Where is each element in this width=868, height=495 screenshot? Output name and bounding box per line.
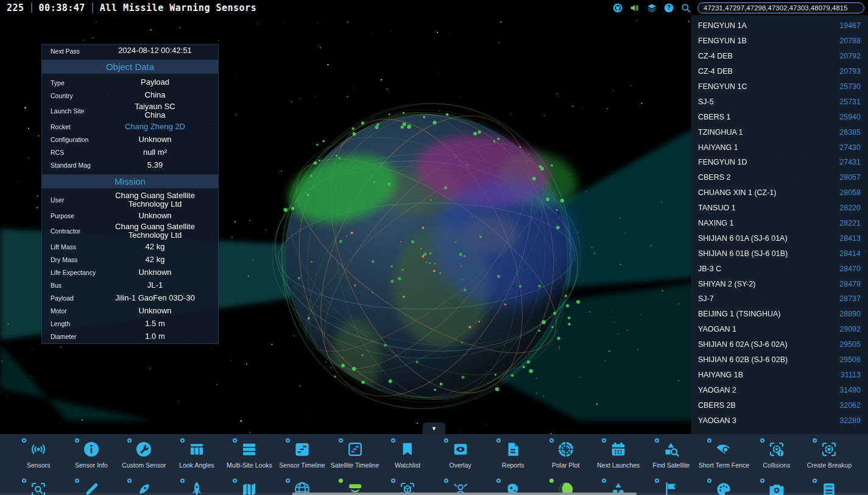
field-value: Taiyaun SC China bbox=[102, 102, 218, 120]
menu-sensor-info[interactable]: Sensor Info bbox=[65, 434, 118, 475]
create-breakup-icon bbox=[820, 440, 838, 458]
menu-next-launches[interactable]: Next Launches bbox=[592, 434, 645, 475]
satellite-list-item[interactable]: TANSUO 1 28220 bbox=[692, 201, 868, 216]
help-icon[interactable]: ? bbox=[663, 2, 674, 13]
satellite-name: CZ-4 DEB bbox=[698, 67, 733, 76]
satellite-list-item[interactable]: CBERS 1 25940 bbox=[692, 109, 868, 124]
chevron-down-icon: ▼ bbox=[431, 426, 437, 432]
menu-label: Create Breakup bbox=[807, 461, 852, 469]
menu-look-angles[interactable]: Look Angles bbox=[171, 434, 224, 475]
field-value: 5.39 bbox=[102, 161, 218, 169]
menu-overlay[interactable]: Overlay bbox=[434, 434, 487, 475]
satellite-list-item[interactable]: FENGYUN 1A 19467 bbox=[692, 18, 868, 34]
object-data-row: Span 1.5 m bbox=[42, 343, 218, 344]
status-bubble bbox=[813, 438, 817, 443]
field-label: Life Expectancy bbox=[42, 269, 102, 276]
sensor-title[interactable]: All Missile Warning Sensors bbox=[93, 2, 263, 13]
menu-polar-plot[interactable]: Polar Plot bbox=[539, 434, 592, 475]
satellite-list-item[interactable]: JB-3 C 28470 bbox=[692, 261, 868, 276]
satellite-list-item[interactable]: NAXING 1 28221 bbox=[692, 216, 868, 231]
menu-reports[interactable]: Reports bbox=[487, 434, 540, 475]
satellite-list-item[interactable]: YAOGAN 2 31490 bbox=[692, 382, 868, 397]
menu-label: Short Term Fence bbox=[699, 461, 749, 469]
satellite-list-item[interactable]: CBERS 2B 32062 bbox=[692, 397, 868, 413]
satellite-list-item[interactable]: BEIJING 1 (TSINGHUA) 28890 bbox=[692, 307, 868, 322]
menu-label: Overlay bbox=[450, 461, 471, 469]
field-value: Payload bbox=[102, 78, 218, 87]
section-header: Object Data bbox=[42, 60, 218, 74]
layers-icon[interactable] bbox=[646, 2, 657, 13]
satellite-list-item[interactable]: SHIJIAN 6 01B (SJ-6 01B) 28414 bbox=[692, 246, 868, 261]
object-data-row: Purpose Unknown bbox=[42, 209, 218, 222]
clock[interactable]: 00:38:47 bbox=[32, 2, 92, 13]
satellite-name: JB-3 C bbox=[698, 265, 721, 273]
status-bubble bbox=[22, 479, 26, 483]
satellite-list-item[interactable]: SJ-7 28737 bbox=[692, 291, 868, 307]
menu-create-breakup[interactable]: Create Breakup bbox=[803, 434, 856, 475]
volume-icon[interactable] bbox=[629, 2, 640, 13]
github-icon[interactable] bbox=[612, 2, 623, 13]
menu-sensor-timeline[interactable]: Sensor Timeline bbox=[276, 434, 329, 475]
field-label: Configuration bbox=[42, 136, 102, 143]
watchlist-icon bbox=[398, 440, 417, 458]
status-bubble bbox=[75, 479, 79, 483]
satellite-list-item[interactable]: SHIJIAN 6 02B (SJ-6 02B) 29506 bbox=[692, 352, 868, 368]
menu-label: Multi-Site Looks bbox=[227, 461, 272, 469]
satellite-list-item[interactable]: SHIJIAN 6 02A (SJ-6 02A) 29505 bbox=[692, 337, 868, 352]
satellite-list-item[interactable]: FENGYUN 1D 27431 bbox=[692, 155, 868, 170]
satellite-name: TANSUO 1 bbox=[698, 204, 736, 212]
satellite-list-item[interactable]: SHIYAN 2 (SY-2) 28479 bbox=[692, 276, 868, 291]
top-bar-actions: ? bbox=[612, 2, 868, 13]
satellite-list-item[interactable]: FENGYUN 1C 25730 bbox=[692, 79, 868, 94]
satellite-list-item[interactable]: CBERS 2 28057 bbox=[692, 170, 868, 185]
satellite-list-item[interactable]: HAIYANG 1 27430 bbox=[692, 140, 868, 155]
satellite-name: FENGYUN 1D bbox=[698, 158, 747, 166]
status-bubble bbox=[549, 479, 554, 483]
rocket-link[interactable]: Chang Zheng 2D bbox=[102, 123, 218, 131]
scrollbar-thumb[interactable] bbox=[292, 493, 637, 495]
bottom-scrollbar[interactable] bbox=[0, 493, 868, 495]
satellite-name: SJ-7 bbox=[698, 294, 714, 303]
status-bubble bbox=[391, 438, 395, 443]
status-bubble bbox=[339, 438, 343, 443]
menu-watchlist[interactable]: Watchlist bbox=[381, 434, 434, 475]
satellite-name: CBERS 2 bbox=[698, 173, 731, 182]
field-label: RCS bbox=[42, 149, 102, 156]
satellite-name: CZ-4 DEB bbox=[698, 52, 733, 60]
satellite-list-item[interactable]: CZ-4 DEB 20793 bbox=[692, 64, 868, 79]
satellite-norad-id: 26385 bbox=[839, 128, 863, 137]
menu-multi-site-looks[interactable]: Multi-Site Looks bbox=[223, 434, 276, 475]
satellite-list-item[interactable]: CZ-4 DEB 20792 bbox=[692, 49, 868, 64]
satellite-list-item[interactable]: SJ-5 25731 bbox=[692, 94, 868, 109]
search-input[interactable] bbox=[697, 2, 864, 13]
menu-short-term-fence[interactable]: Short Term Fence bbox=[697, 434, 750, 475]
field-value: 42 kg bbox=[102, 255, 218, 264]
status-bubble bbox=[760, 479, 764, 483]
satellite-list-item[interactable]: FENGYUN 1B 20788 bbox=[692, 34, 868, 49]
satellite-timeline-icon bbox=[346, 440, 364, 458]
satellite-list-item[interactable]: YAOGAN 3 32289 bbox=[692, 413, 868, 428]
satellite-list-item[interactable]: SHIJIAN 6 01A (SJ-6 01A) 28413 bbox=[692, 230, 868, 246]
satellite-list-item[interactable]: HAIYANG 1B 31113 bbox=[692, 367, 868, 382]
bottom-menu-collapse-tab[interactable]: ▼ bbox=[423, 422, 445, 434]
status-segments: 225 00:38:47 All Missile Warning Sensors bbox=[0, 0, 263, 15]
map-area[interactable]: Next Pass 2024-08-12 00:42:51 Object Dat… bbox=[0, 15, 868, 434]
menu-custom-sensor[interactable]: Custom Sensor bbox=[118, 434, 171, 475]
section-header: Mission bbox=[42, 174, 218, 188]
satellite-norad-id: 27431 bbox=[839, 158, 863, 166]
status-bubble bbox=[813, 479, 817, 483]
menu-satellite-timeline[interactable]: Satellite Timeline bbox=[328, 434, 381, 475]
satellite-norad-id: 25731 bbox=[839, 98, 863, 106]
svg-text:?: ? bbox=[667, 4, 671, 11]
menu-sensors[interactable]: Sensors bbox=[12, 434, 65, 475]
satellite-list-item[interactable]: TZINGHUA 1 26385 bbox=[692, 124, 868, 140]
menu-find-satellite[interactable]: Find Satellite bbox=[645, 434, 698, 475]
menu-label: Polar Plot bbox=[552, 461, 580, 469]
field-value: Chang Guang Satellite Technology Ltd bbox=[102, 191, 218, 209]
menu-collisions[interactable]: Collisions bbox=[750, 434, 803, 475]
satellite-list-item[interactable]: YAOGAN 1 29092 bbox=[692, 322, 868, 337]
search-icon[interactable] bbox=[680, 2, 691, 13]
satellite-list-item[interactable]: CHUANG XIN 1 (CZ-1) 28058 bbox=[692, 185, 868, 201]
satellite-norad-id: 29092 bbox=[839, 325, 863, 333]
field-value: 42 kg bbox=[102, 243, 218, 251]
